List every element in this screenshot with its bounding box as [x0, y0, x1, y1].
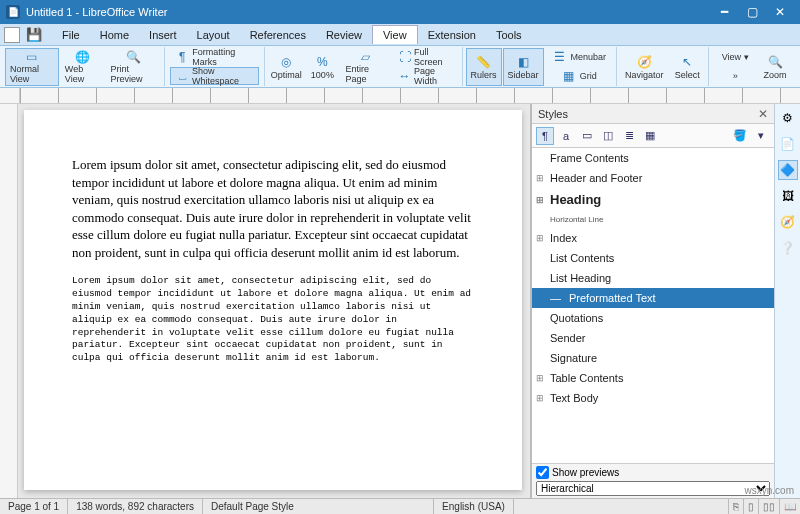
expand-icon[interactable]: ⊞: [536, 233, 544, 243]
status-page[interactable]: Page 1 of 1: [0, 499, 68, 514]
status-view-book-icon[interactable]: 📖: [779, 499, 800, 514]
entire-page-button[interactable]: ▱Entire Page: [340, 48, 390, 86]
style-item[interactable]: List Heading: [532, 268, 774, 288]
sidebar-button[interactable]: ◧Sidebar: [503, 48, 544, 86]
style-item[interactable]: Sender: [532, 328, 774, 348]
navigator-deck-icon[interactable]: 🧭: [778, 212, 798, 232]
style-item[interactable]: —Preformatted Text: [532, 288, 774, 308]
status-language[interactable]: English (USA): [434, 499, 514, 514]
optimal-button[interactable]: ◎Optimal: [268, 48, 304, 86]
formatting-marks-button[interactable]: ¶Formatting Marks: [170, 48, 259, 66]
view-dropdown[interactable]: View ▾: [717, 48, 754, 66]
fill-format-icon[interactable]: 🪣: [731, 127, 749, 145]
expand-icon[interactable]: ⊞: [536, 393, 544, 403]
table-styles-tab[interactable]: ▦: [641, 127, 659, 145]
page-width-label: Page Width: [414, 66, 452, 86]
styles-panel: Styles ✕ ¶ a ▭ ◫ ≣ ▦ 🪣 ▾ Frame Contents⊞…: [532, 104, 774, 498]
style-item-label: Table Contents: [550, 372, 623, 384]
status-signature-icon[interactable]: ⎘: [728, 499, 743, 514]
normal-view-icon: ▭: [24, 50, 40, 64]
styles-header: Styles ✕: [532, 104, 774, 124]
style-item-label: Preformatted Text: [569, 292, 656, 304]
paragraph-serif[interactable]: Lorem ipsum dolor sit amet, consectetur …: [72, 156, 474, 261]
page-deck-icon[interactable]: 📄: [778, 134, 798, 154]
grid-button[interactable]: ▦Grid: [547, 67, 612, 85]
paragraph-styles-tab[interactable]: ¶: [536, 127, 554, 145]
document-icon[interactable]: [4, 27, 20, 43]
menubar-toggle-button[interactable]: ☰Menubar: [547, 48, 612, 66]
maximize-button[interactable]: ▢: [738, 0, 766, 24]
menu-extension[interactable]: Extension: [418, 26, 486, 44]
style-item-label: Sender: [550, 332, 585, 344]
normal-view-button[interactable]: ▭Normal View: [5, 48, 59, 86]
inspect-deck-icon[interactable]: ❔: [778, 238, 798, 258]
style-item[interactable]: Horizontal Line: [532, 211, 774, 228]
style-item[interactable]: Quotations: [532, 308, 774, 328]
show-previews-checkbox[interactable]: Show previews: [536, 466, 770, 479]
show-previews-input[interactable]: [536, 466, 549, 479]
style-item[interactable]: ⊞Table Contents: [532, 368, 774, 388]
paragraph-mono[interactable]: Lorem ipsum dolor sit amet, consectetur …: [72, 275, 474, 365]
style-item-label: Frame Contents: [550, 152, 629, 164]
style-item[interactable]: ⊞Text Body: [532, 388, 774, 408]
rulers-button[interactable]: 📏Rulers: [466, 48, 502, 86]
minimize-button[interactable]: ━: [710, 0, 738, 24]
status-view-single-icon[interactable]: ▯: [743, 499, 758, 514]
expand-icon[interactable]: ⊞: [536, 373, 544, 383]
style-item[interactable]: ⊞Index: [532, 228, 774, 248]
expand-icon[interactable]: ⊞: [536, 195, 544, 205]
style-item[interactable]: List Contents: [532, 248, 774, 268]
navigator-button[interactable]: 🧭Navigator: [620, 48, 669, 86]
style-item[interactable]: ⊞Heading: [532, 188, 774, 211]
pct100-button[interactable]: %100%: [305, 48, 339, 86]
style-item[interactable]: Signature: [532, 348, 774, 368]
gallery-deck-icon[interactable]: 🖼: [778, 186, 798, 206]
print-preview-label: Print Preview: [110, 64, 156, 84]
menu-references[interactable]: References: [240, 26, 316, 44]
list-styles-tab[interactable]: ≣: [620, 127, 638, 145]
new-style-icon[interactable]: ▾: [752, 127, 770, 145]
web-view-button[interactable]: 🌐Web View: [60, 48, 105, 86]
frame-styles-tab[interactable]: ▭: [578, 127, 596, 145]
vertical-ruler[interactable]: [0, 104, 18, 498]
menu-view[interactable]: View: [372, 25, 418, 44]
character-styles-tab[interactable]: a: [557, 127, 575, 145]
document-page[interactable]: Lorem ipsum dolor sit amet, consectetur …: [24, 110, 522, 490]
status-view-multi-icon[interactable]: ▯▯: [758, 499, 779, 514]
navigator-icon: 🧭: [636, 54, 652, 70]
status-page-style[interactable]: Default Page Style: [203, 499, 434, 514]
styles-deck-icon[interactable]: 🔷: [778, 160, 798, 180]
page-width-button[interactable]: ↔Page Width: [393, 67, 457, 85]
styles-list[interactable]: Frame Contents⊞Header and Footer⊞Heading…: [532, 148, 774, 463]
styles-filter-select[interactable]: Hierarchical: [536, 481, 770, 496]
zoom-icon: 🔍: [767, 54, 783, 70]
save-icon[interactable]: 💾: [26, 27, 42, 43]
styles-close-icon[interactable]: ✕: [758, 107, 768, 121]
menu-review[interactable]: Review: [316, 26, 372, 44]
whitespace-icon: ⎵: [175, 68, 189, 84]
menu-file[interactable]: File: [52, 26, 90, 44]
quick-menu-button[interactable]: »: [717, 67, 754, 85]
menu-insert[interactable]: Insert: [139, 26, 187, 44]
close-button[interactable]: ✕: [766, 0, 794, 24]
properties-deck-icon[interactable]: ⚙: [778, 108, 798, 128]
print-preview-button[interactable]: 🔍Print Preview: [105, 48, 161, 86]
full-screen-label: Full Screen: [414, 47, 451, 67]
page-styles-tab[interactable]: ◫: [599, 127, 617, 145]
pilcrow-icon: ¶: [175, 49, 189, 65]
show-whitespace-button[interactable]: ⎵Show Whitespace: [170, 67, 259, 85]
style-item-label: Quotations: [550, 312, 603, 324]
select-button[interactable]: ↖Select: [670, 48, 705, 86]
full-screen-button[interactable]: ⛶Full Screen: [393, 48, 457, 66]
horizontal-ruler[interactable]: [0, 88, 800, 104]
style-item[interactable]: ⊞Header and Footer: [532, 168, 774, 188]
expand-icon[interactable]: ⊞: [536, 173, 544, 183]
menu-home[interactable]: Home: [90, 26, 139, 44]
status-words[interactable]: 138 words, 892 characters: [68, 499, 203, 514]
zoom-button[interactable]: 🔍Zoom: [758, 48, 792, 86]
menubar-toggle-label: Menubar: [571, 52, 607, 62]
menu-tools[interactable]: Tools: [486, 26, 532, 44]
menu-layout[interactable]: Layout: [187, 26, 240, 44]
style-item[interactable]: Frame Contents: [532, 148, 774, 168]
document-area[interactable]: Lorem ipsum dolor sit amet, consectetur …: [0, 104, 530, 498]
